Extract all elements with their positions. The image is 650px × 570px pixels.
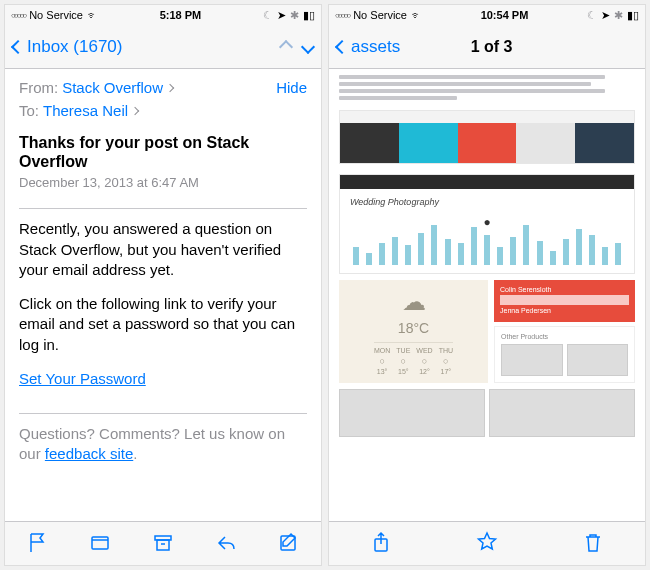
battery-icon: ▮▯ [303, 9, 315, 22]
moon-icon: ☾ [587, 9, 597, 22]
folder-button[interactable] [89, 531, 111, 557]
nav-bar: assets 1 of 3 [329, 25, 645, 69]
paragraph-placeholder [339, 75, 635, 100]
trash-button[interactable] [582, 531, 604, 557]
back-button[interactable]: Inbox (1670) [13, 37, 122, 57]
sidebar-widgets: Colin Serensloth Jenna Pedersen Other Pr… [494, 280, 635, 383]
set-password-link[interactable]: Set Your Password [19, 370, 146, 387]
mail-body: From: Stack Overflow Hide To: Theresa Ne… [5, 69, 321, 521]
photos-app-screen: ○○○○○ No Service ᯤ 10:54 PM ☾ ➤ ✱ ▮▯ ass… [328, 4, 646, 566]
chevron-right-icon [166, 83, 174, 91]
thumb [489, 389, 635, 437]
signal-dots-icon: ○○○○○ [335, 11, 349, 20]
date-text: December 13, 2013 at 6:47 AM [19, 175, 307, 190]
carrier-text: No Service [353, 9, 407, 21]
battery-icon: ▮▯ [627, 9, 639, 22]
wifi-icon: ᯤ [87, 9, 98, 21]
chevron-right-icon [131, 106, 139, 114]
status-time: 5:18 PM [160, 9, 202, 21]
next-message-button[interactable] [301, 39, 315, 53]
footer-text: Questions? Comments? Let us know on our … [19, 424, 307, 465]
paragraph-1: Recently, you answered a question on Sta… [19, 219, 307, 280]
mail-toolbar [5, 521, 321, 565]
hide-details-button[interactable]: Hide [276, 79, 307, 96]
location-icon: ➤ [277, 9, 286, 22]
mail-app-screen: ○○○○○ No Service ᯤ 5:18 PM ☾ ➤ ✱ ▮▯ Inbo… [4, 4, 322, 566]
reply-button[interactable] [215, 531, 237, 557]
archive-button[interactable] [152, 531, 174, 557]
weather-widget: ☁ 18°C MON○13°TUE○15°WED○12°THU○17° [339, 280, 488, 383]
divider [19, 413, 307, 414]
chart-card: Wedding Photography ● [339, 174, 635, 274]
back-label: assets [351, 37, 400, 57]
thumb [567, 344, 629, 376]
subject-text: Thanks for your post on Stack Overflow [19, 133, 307, 171]
carrier-text: No Service [29, 9, 83, 21]
section-label: Other Products [501, 333, 628, 340]
compose-button[interactable] [278, 531, 300, 557]
page-counter: 1 of 3 [471, 38, 513, 56]
chevron-left-icon [11, 39, 25, 53]
color-palette-card [339, 110, 635, 164]
from-value[interactable]: Stack Overflow [62, 79, 163, 96]
to-value[interactable]: Theresa Neil [43, 102, 128, 119]
status-bar: ○○○○○ No Service ᯤ 10:54 PM ☾ ➤ ✱ ▮▯ [329, 5, 645, 25]
to-label: To: [19, 102, 39, 119]
divider [19, 208, 307, 209]
moon-icon: ☾ [263, 9, 273, 22]
location-icon: ➤ [601, 9, 610, 22]
bluetooth-icon: ✱ [290, 9, 299, 22]
thumb [339, 389, 485, 437]
back-button[interactable]: assets [337, 37, 400, 57]
signal-dots-icon: ○○○○○ [11, 11, 25, 20]
image-viewport[interactable]: Wedding Photography ● ☁ 18°C MON○13°TUE○… [329, 69, 645, 521]
contact-1: Colin Serensloth [500, 286, 629, 293]
svg-rect-2 [157, 540, 169, 550]
flag-button[interactable] [26, 531, 48, 557]
temperature: 18°C [398, 320, 429, 336]
contact-2: Jenna Pedersen [500, 307, 629, 314]
from-label: From: [19, 79, 58, 96]
weather-icon: ☁ [402, 288, 426, 316]
wifi-icon: ᯤ [411, 9, 422, 21]
favorite-button[interactable] [475, 530, 499, 558]
status-time: 10:54 PM [481, 9, 529, 21]
bluetooth-icon: ✱ [614, 9, 623, 22]
photos-toolbar [329, 521, 645, 565]
prev-message-button[interactable] [279, 39, 293, 53]
chart-title: Wedding Photography [350, 197, 624, 207]
status-bar: ○○○○○ No Service ᯤ 5:18 PM ☾ ➤ ✱ ▮▯ [5, 5, 321, 25]
thumb [501, 344, 563, 376]
nav-bar: Inbox (1670) [5, 25, 321, 69]
bottom-thumbs [339, 389, 635, 437]
feedback-link[interactable]: feedback site [45, 445, 133, 462]
share-button[interactable] [370, 531, 392, 557]
widget-row: ☁ 18°C MON○13°TUE○15°WED○12°THU○17° Coli… [339, 280, 635, 383]
svg-rect-0 [92, 537, 108, 549]
back-label: Inbox (1670) [27, 37, 122, 57]
paragraph-2: Click on the following link to verify yo… [19, 294, 307, 355]
chevron-left-icon [335, 39, 349, 53]
